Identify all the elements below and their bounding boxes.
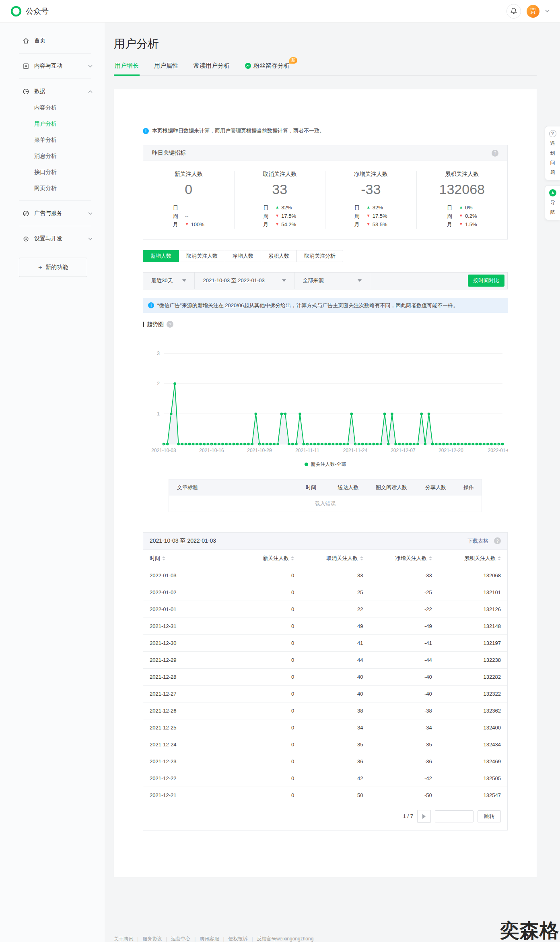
table-row: 2021-12-26038-38132362 [143,702,507,719]
sidebar-item-用户分析[interactable]: 用户分析 [0,116,105,132]
sidebar-item-接口分析[interactable]: 接口分析 [0,164,105,180]
cell-date: 2021-12-24 [143,742,232,748]
sidebar-item-网页分析[interactable]: 网页分析 [0,180,105,196]
cell-value: 0 [232,708,301,714]
cell-value: 132469 [439,758,507,764]
cell-value: 132282 [439,674,507,680]
cell-value: -40 [370,691,439,697]
cell-value: 0 [232,725,301,731]
tab-用户增长[interactable]: 用户增长 [114,62,140,75]
down-arrow-icon: ▼ [185,222,189,226]
cell-date: 2021-12-31 [143,623,232,629]
page-jump-input[interactable] [435,810,474,822]
svg-text:2021-11-11: 2021-11-11 [295,448,319,453]
column-header-累积关注人数[interactable]: 累积关注人数 [439,555,507,562]
sidebar-item-设置与开发[interactable]: 设置与开发 [0,230,105,247]
source-value: 全部来源 [303,277,323,284]
sidebar-item-内容与互动[interactable]: 内容与互动 [0,58,105,74]
cell-value: -41 [370,640,439,646]
source-select[interactable]: 全部来源 [294,273,370,289]
cell-value: 33 [301,572,369,578]
new-feature-button[interactable]: +新的功能 [19,258,87,277]
next-page-button[interactable] [417,810,431,823]
sidebar: 首页内容与互动数据内容分析用户分析菜单分析消息分析接口分析网页分析广告与服务设置… [0,23,105,942]
tab-常读用户分析[interactable]: 常读用户分析 [193,62,231,75]
page-title: 用户分析 [114,36,560,52]
info-icon: i [148,302,154,308]
table-date-range: 2021-10-03 至 2022-01-03 [150,537,216,545]
footer-link-侵权投诉[interactable]: 侵权投诉 [229,936,248,942]
jump-button[interactable]: 跳转 [478,810,501,822]
avatar-text: 贾 [530,7,536,15]
content-icon [23,63,29,70]
sidebar-divider [19,200,91,201]
column-header-取消关注人数[interactable]: 取消关注人数 [301,555,369,562]
metric-label: 净增关注人数 [325,171,416,178]
down-arrow-icon: ▼ [366,222,371,226]
account-menu-chevron-icon[interactable] [545,10,550,12]
float-button-遇到问题[interactable]: ?遇到问题 [545,126,560,180]
footer-link-服务协议[interactable]: 服务协议 [142,936,162,942]
plus-icon: + [38,264,42,271]
sidebar-item-数据[interactable]: 数据 [0,83,105,100]
column-header-新关注人数[interactable]: 新关注人数 [232,555,301,562]
metrics-panel-title: 昨日关键指标 [152,149,186,157]
tab-用户属性[interactable]: 用户属性 [153,62,179,75]
caret-down-icon [182,279,186,282]
help-icon[interactable]: ? [492,150,498,157]
seg-tab-取消关注分析[interactable]: 取消关注分析 [296,250,343,262]
seg-tab-新增人数[interactable]: 新增人数 [143,250,179,262]
sidebar-item-消息分析[interactable]: 消息分析 [0,148,105,164]
footer-link-反馈官号weixingongzhong[interactable]: 反馈官号weixingongzhong [257,936,314,942]
caret-down-icon [358,279,362,282]
legend-label: 新关注人数-全部 [311,461,346,468]
sidebar-item-广告与服务[interactable]: 广告与服务 [0,205,105,222]
cell-value: 0 [232,758,301,764]
cell-value: 132238 [439,657,507,663]
cell-value: -50 [370,792,439,798]
cell-value: 42 [301,775,369,781]
seg-tab-累积人数[interactable]: 累积人数 [261,250,297,262]
cell-value: -33 [370,572,439,578]
trend-chart-title: 趋势图 ? [143,321,508,328]
cell-value: 132547 [439,792,507,798]
cell-date: 2021-12-27 [143,691,232,697]
fans-green-icon [245,63,251,69]
footer-link-关于腾讯[interactable]: 关于腾讯 [114,936,133,942]
cell-date: 2021-12-26 [143,708,232,714]
seg-tab-净增人数[interactable]: 净增人数 [225,250,261,262]
svg-text:2021-11-24: 2021-11-24 [343,448,368,453]
info-icon: i [143,128,149,134]
avatar[interactable]: 贾 [527,5,539,18]
cell-value: -35 [370,742,439,748]
cell-value: -49 [370,623,439,629]
seg-tab-取消关注人数[interactable]: 取消关注人数 [179,250,225,262]
cell-date: 2021-12-28 [143,674,232,680]
cell-value: 36 [301,758,369,764]
compare-by-time-button[interactable]: 按时间对比 [468,275,504,287]
help-icon[interactable]: ? [494,537,501,544]
ad-icon [23,210,29,217]
table-row: 2021-12-24035-35132434 [143,736,507,753]
sort-icon [162,556,165,560]
sidebar-item-首页[interactable]: 首页 [0,32,105,49]
brand-logo[interactable]: 公众号 [10,6,49,17]
column-header-净增关注人数[interactable]: 净增关注人数 [370,555,439,562]
sidebar-item-内容分析[interactable]: 内容分析 [0,100,105,116]
sidebar-item-菜单分析[interactable]: 菜单分析 [0,132,105,148]
table-row: 2021-12-31049-49132148 [143,618,507,634]
time-range-select[interactable]: 最近30天 [143,273,195,289]
new-badge: 新 [289,57,297,64]
help-icon[interactable]: ? [167,321,173,328]
floating-helper-panel: ?遇到问题导航 [545,126,560,220]
footer-link-运营中心[interactable]: 运营中心 [171,936,190,942]
cell-date: 2021-12-21 [143,792,232,798]
column-header-时间[interactable]: 时间 [143,555,232,562]
download-table-link[interactable]: 下载表格 [467,537,488,545]
tab-粉丝留存分析[interactable]: 粉丝留存分析新 [244,62,290,75]
notifications-button[interactable] [506,4,521,19]
date-range-select[interactable]: 2021-10-03 至 2022-01-03 [195,273,294,289]
cell-value: 132197 [439,640,507,646]
float-button-导航[interactable]: 导航 [545,185,560,220]
footer-link-腾讯客服[interactable]: 腾讯客服 [200,936,219,942]
